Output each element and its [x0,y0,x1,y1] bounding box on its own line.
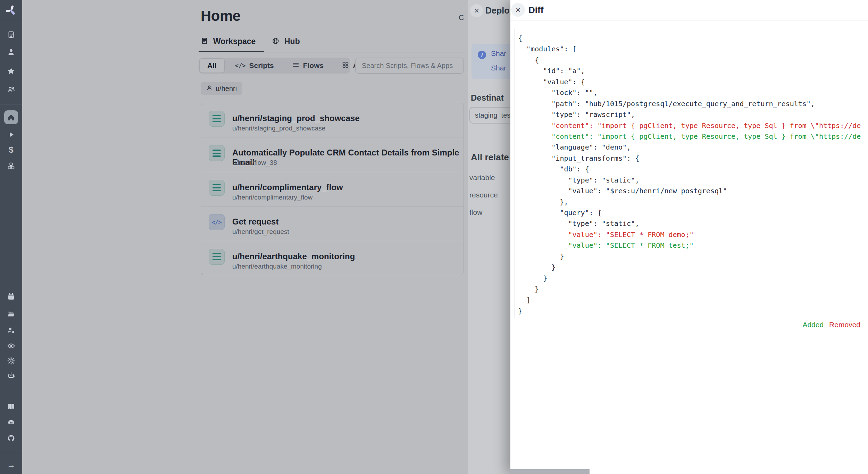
code-line-removed: "value": "SELECT * FROM demo;" [518,229,861,240]
dollar-icon[interactable]: $ [0,142,22,158]
book-icon[interactable] [0,399,22,414]
info-link[interactable]: Shar [491,49,506,58]
star-icon[interactable] [0,64,22,79]
info-banner: i Shar Shar [471,44,510,79]
code-line: "query": { [518,208,861,218]
home-icon[interactable] [4,110,18,124]
code-line: "path": "hub/1015/postgresql/execute_que… [518,99,861,109]
diff-code: { "modules": [ { "id": "a", "value": { "… [518,33,861,316]
calendar-icon[interactable] [0,289,22,304]
code-line: "db": { [518,164,861,175]
code-line: } [518,262,861,273]
sidebar: $ [0,0,22,474]
code-line: "type": "static", [518,175,861,186]
deploy-drawer-title: Deploy [485,6,510,16]
close-deploy-button[interactable]: × [470,4,483,17]
info-link[interactable]: Shar [491,64,506,72]
play-icon[interactable] [0,127,22,142]
code-line: } [518,273,861,284]
code-line: "lock": "", [518,87,861,98]
modal-dim-overlay [22,0,510,474]
code-line: "value": "$res:u/henri/new_postgresql" [518,186,861,196]
related-items-label: All relate [471,152,509,163]
legend-added: Added [802,321,824,329]
close-icon: × [474,6,479,16]
related-item-flow: flow [469,208,482,217]
app-window: $ [0,0,868,474]
code-line: "id": "a", [518,66,861,76]
horizontal-scrollbar-thumb[interactable] [510,469,590,474]
destination-workspace-input[interactable] [469,107,510,124]
robot-icon[interactable] [0,368,22,383]
code-line: "modules": [ [518,44,861,54]
code-line: } [518,284,861,295]
diff-code-box: { "modules": [ { "id": "a", "value": { "… [515,28,860,319]
gear-icon[interactable] [0,353,22,369]
sidebar-divider [0,104,22,104]
code-line: }, [518,197,861,208]
code-line-removed: "content": "import { pgClient, type Reso… [518,120,861,131]
github-icon[interactable] [0,431,22,446]
workspace-building-icon[interactable] [0,27,22,42]
code-line-added: "value": "SELECT * FROM test;" [518,240,861,251]
code-line: } [518,306,861,316]
diff-header-divider [510,20,868,20]
related-item-resource: resource [469,191,498,199]
windmill-logo-icon[interactable] [0,3,22,18]
folder-open-icon[interactable] [0,306,22,322]
arrow-right-icon[interactable]: → [0,457,22,473]
diff-legend: Added Removed [802,321,860,329]
code-line: } [518,251,861,262]
code-line: { [518,55,861,66]
boxes-icon[interactable] [0,158,22,173]
related-item-variable: variable [469,173,495,182]
code-line: ] [518,295,861,306]
discord-icon[interactable] [0,415,22,430]
code-line: "input_transforms": { [518,153,861,164]
diff-drawer: × Diff { "modules": [ { "id": "a", "valu… [510,0,868,474]
diff-drawer-title: Diff [528,5,543,16]
code-line: "type": "static", [518,218,861,229]
eye-icon[interactable] [0,338,22,354]
workers-icon[interactable] [0,323,22,338]
groups-icon[interactable] [0,82,22,97]
legend-removed: Removed [829,321,860,329]
close-icon: × [516,5,521,15]
sidebar-divider [0,453,22,453]
code-line-added: "content": "import { pgClient, type Reso… [518,131,861,142]
sidebar-divider [0,20,22,20]
code-line: { [518,33,861,44]
code-line: "value": { [518,77,861,87]
destination-label: Destinat [471,93,504,103]
info-icon: i [478,51,486,59]
code-line: "language": "deno", [518,142,861,153]
user-icon[interactable] [0,44,22,60]
close-diff-button[interactable]: × [511,3,525,17]
deploy-drawer: × Deploy i Shar Shar Destinat All relate… [468,0,510,474]
code-line: "type": "rawscript", [518,109,861,120]
